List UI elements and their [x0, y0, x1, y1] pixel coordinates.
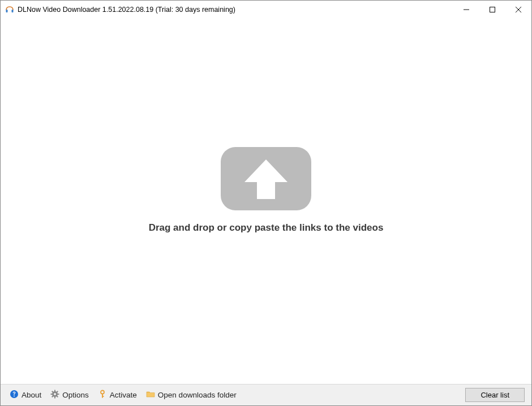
upload-icon [221, 147, 311, 212]
activate-button[interactable]: Activate [93, 387, 141, 403]
svg-rect-21 [102, 396, 104, 397]
svg-rect-20 [102, 394, 103, 398]
svg-point-8 [14, 396, 15, 397]
activate-label: Activate [110, 391, 137, 399]
svg-rect-1 [12, 10, 14, 12]
window-controls [453, 1, 531, 19]
maximize-button[interactable] [479, 1, 505, 19]
open-downloads-folder-button[interactable]: Open downloads folder [141, 387, 241, 403]
options-button[interactable]: Options [46, 387, 93, 403]
drop-instruction-text: Drag and drop or copy paste the links to… [149, 222, 384, 234]
folder-icon [146, 390, 155, 400]
clear-list-button[interactable]: Clear list [465, 388, 525, 402]
close-button[interactable] [505, 1, 531, 19]
options-label: Options [62, 391, 89, 399]
help-circle-icon [10, 390, 19, 400]
svg-rect-0 [6, 10, 8, 12]
title-bar: DLNow Video Downloader 1.51.2022.08.19 (… [1, 1, 531, 19]
app-icon [5, 5, 14, 14]
svg-point-18 [54, 393, 56, 395]
key-icon [98, 390, 107, 400]
gear-icon [50, 390, 59, 400]
svg-rect-12 [51, 394, 53, 395]
status-bar: About Options [1, 384, 531, 405]
svg-rect-10 [54, 390, 55, 392]
window-title: DLNow Video Downloader 1.51.2022.08.19 (… [18, 6, 453, 14]
svg-point-19 [101, 391, 104, 394]
svg-rect-3 [490, 7, 495, 12]
drop-area[interactable]: Drag and drop or copy paste the links to… [1, 19, 531, 384]
about-label: About [22, 391, 41, 399]
about-button[interactable]: About [5, 387, 46, 403]
svg-rect-11 [54, 397, 55, 399]
open-downloads-folder-label: Open downloads folder [158, 391, 237, 399]
minimize-button[interactable] [453, 1, 479, 19]
svg-rect-13 [58, 394, 59, 395]
